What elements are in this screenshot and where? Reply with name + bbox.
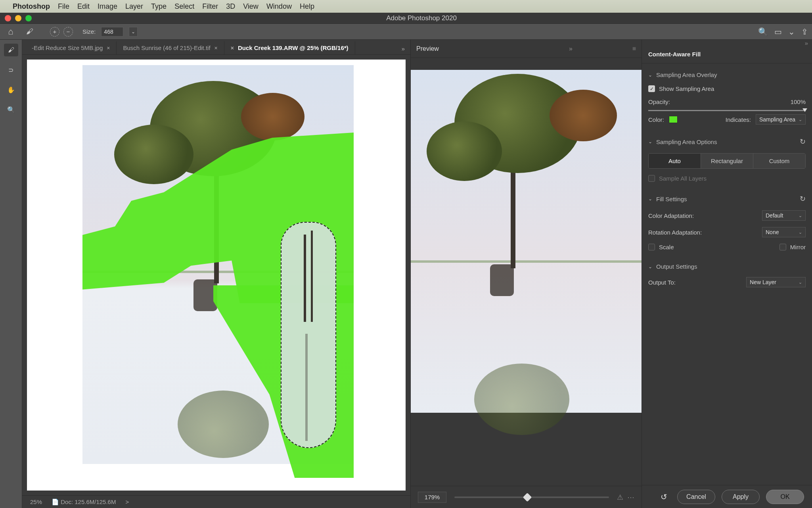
expand-icon[interactable]: » [642,40,812,45]
close-icon[interactable]: × [214,45,218,51]
section-sampling-options[interactable]: ⌄ Sampling Area Options ↻ [648,133,806,150]
close-window-button[interactable] [5,15,11,21]
mode-rectangular-button[interactable]: Rectangular [701,154,753,168]
screenmode-icon[interactable]: ▭ [774,27,782,37]
show-sampling-label: Show Sampling Area [659,85,714,92]
chevron-down-icon: ⌄ [648,264,652,269]
brush-size-input[interactable] [101,27,123,37]
tab-2[interactable]: × Duck Creek 139.ARW @ 25% (RGB/16*) [224,41,355,54]
reset-icon[interactable]: ↻ [800,137,806,146]
sampling-brush-tool[interactable]: 🖌 [4,44,18,56]
titlebar: Adobe Photoshop 2020 [0,13,812,24]
search-icon[interactable]: 🔍 [758,27,768,37]
size-dropdown-button[interactable]: ⌄ [129,27,138,37]
menu-select[interactable]: Select [174,2,194,11]
color-adaptation-label: Color Adaptation: [648,212,694,219]
scale-label: Scale [659,244,674,250]
tab-overflow-icon[interactable]: » [399,43,407,54]
cancel-button[interactable]: Cancel [677,490,715,504]
doc-size[interactable]: 📄 Doc: 125.6M/125.6M [52,498,116,506]
preview-zoom-input[interactable]: 179% [418,492,446,503]
menu-layer[interactable]: Layer [125,2,143,11]
status-arrow-icon[interactable]: > [125,498,129,505]
overlay-color-swatch[interactable] [669,116,678,123]
loading-icon: ⋯ [627,493,634,502]
section-sampling-overlay[interactable]: ⌄ Sampling Area Overlay [648,67,806,82]
document-canvas[interactable] [82,65,354,464]
sample-all-layers-checkbox [648,175,655,182]
indicates-dropdown[interactable]: Sampling Area⌄ [756,114,806,125]
section-output-settings[interactable]: ⌄ Output Settings [648,259,806,274]
status-bar: 25% 📄 Doc: 125.6M/125.6M > [22,495,410,508]
size-label: Size: [82,28,96,35]
output-to-dropdown[interactable]: New Layer⌄ [746,277,806,287]
brush-preset-icon[interactable] [23,26,36,38]
add-to-sample-icon[interactable]: + [50,27,59,37]
menu-view[interactable]: View [243,2,259,11]
preview-title: Preview [416,45,439,52]
mirror-checkbox[interactable] [779,244,786,250]
indicates-label: Indicates: [726,116,751,123]
chevron-down-icon[interactable]: ⌄ [788,27,795,37]
undo-button[interactable]: ↺ [657,491,671,503]
document-tabs: -Edit Reduce Size 5MB.jpg × Busch Sunris… [22,40,410,55]
home-button[interactable] [4,26,17,38]
share-icon[interactable]: ⇪ [801,27,808,37]
lasso-tool[interactable]: ⊃ [4,64,18,76]
menu-help[interactable]: Help [300,2,314,11]
tab-0[interactable]: -Edit Reduce Size 5MB.jpg × [25,41,117,54]
subtract-from-sample-icon[interactable]: − [63,27,73,37]
options-bar: + − Size: ⌄ 🔍 ▭ ⌄ ⇪ [0,24,812,40]
opacity-label: Opacity: [648,98,670,105]
zoom-tool[interactable]: 🔍 [4,103,18,116]
section-fill-settings[interactable]: ⌄ Fill Settings ↻ [648,190,806,207]
menu-window[interactable]: Window [266,2,292,11]
panel-menu-icon[interactable]: ≡ [632,45,636,52]
menu-edit[interactable]: Edit [77,2,90,11]
opacity-value[interactable]: 100% [791,98,806,105]
tab-label: Duck Creek 139.ARW @ 25% (RGB/16*) [238,44,349,51]
window-controls [5,15,32,21]
expand-icon[interactable]: » [569,45,573,52]
tab-1[interactable]: Busch Sunrise (46 of 215)-Edit.tif × [117,41,224,54]
warning-icon: ⚠ [617,493,623,502]
fullscreen-window-button[interactable] [25,15,32,21]
canvas-viewport[interactable] [27,60,406,491]
menu-3d[interactable]: 3D [226,2,235,11]
close-icon[interactable]: × [231,45,234,51]
chevron-down-icon: ⌄ [648,72,652,78]
tool-column: 🖌 ⊃ ✋ 🔍 [0,40,22,508]
section-label: Fill Settings [656,196,687,202]
app-name[interactable]: Photoshop [13,2,50,11]
main-area: 🖌 ⊃ ✋ 🔍 -Edit Reduce Size 5MB.jpg × Busc… [0,40,812,508]
mode-custom-button[interactable]: Custom [753,154,805,168]
mode-auto-button[interactable]: Auto [649,154,701,168]
menu-image[interactable]: Image [98,2,117,11]
zoom-readout[interactable]: 25% [30,498,42,505]
rotation-adaptation-dropdown[interactable]: None⌄ [762,227,806,237]
scale-checkbox[interactable] [648,244,655,250]
section-label: Sampling Area Options [656,139,717,145]
apply-button[interactable]: Apply [722,490,760,504]
output-to-label: Output To: [648,279,676,286]
minimize-window-button[interactable] [15,15,21,21]
chevron-down-icon: ⌄ [648,139,652,144]
opacity-slider[interactable] [648,110,806,111]
show-sampling-checkbox[interactable]: ✓ [648,85,655,92]
hand-tool[interactable]: ✋ [4,83,18,96]
preview-panel: . » Preview ≡ 179% [411,40,642,508]
preview-canvas[interactable] [411,70,642,413]
menu-type[interactable]: Type [151,2,167,11]
reset-icon[interactable]: ↻ [800,194,806,203]
ok-button[interactable]: OK [766,490,804,504]
panel-footer: ↺ Cancel Apply OK [642,485,812,508]
section-label: Sampling Area Overlay [656,71,717,78]
macos-menubar: Photoshop File Edit Image Layer Type Sel… [0,0,812,13]
mirror-label: Mirror [790,244,806,250]
menu-filter[interactable]: Filter [202,2,218,11]
menu-file[interactable]: File [58,2,69,11]
preview-zoom-slider[interactable] [454,496,609,498]
close-icon[interactable]: × [107,45,110,51]
color-adaptation-dropdown[interactable]: Default⌄ [762,210,806,221]
window-title: Adobe Photoshop 2020 [36,14,807,22]
